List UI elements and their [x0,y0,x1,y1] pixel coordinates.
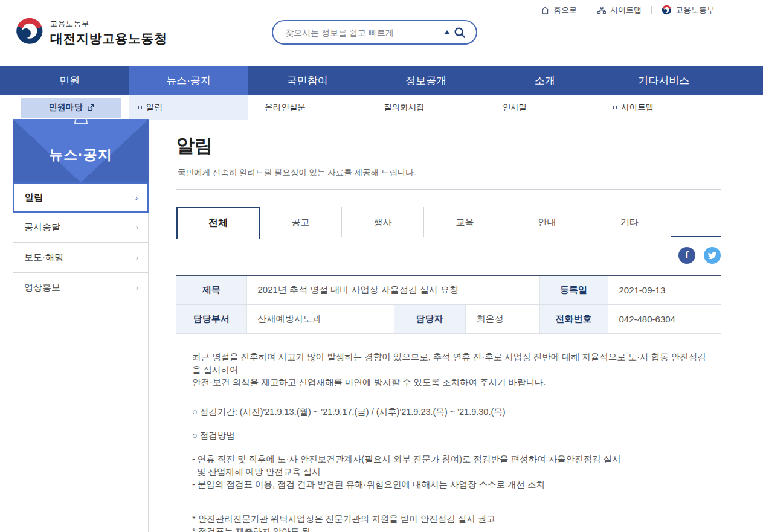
facebook-icon: f [685,249,689,261]
subnav-item-alert[interactable]: 알림 [129,102,163,113]
nav-about[interactable]: 소개 [486,66,605,95]
subnav-alert-label: 알림 [146,102,163,113]
nav-minwon[interactable]: 민원 [10,66,129,95]
logo-office: 대전지방고용노동청 [50,30,167,47]
phone-header: 전화번호 [539,304,608,333]
title-header: 제목 [176,275,246,304]
sidebar-item-label: 보도·해명 [24,252,63,263]
twitter-share-button[interactable] [704,247,721,264]
sidebar-item-label: 알림 [25,192,43,204]
ministry-link[interactable]: 고용노동부 [662,5,715,16]
subnav-survey-label: 온라인설문 [265,102,306,113]
tab-event[interactable]: 행사 [342,207,424,237]
social-share: f [678,247,721,264]
minwon-madang-link[interactable]: 민원마당 [21,98,121,118]
date-header: 등록일 [539,275,608,304]
sidebar-item-press[interactable]: 보도·해명 › [13,243,149,273]
subnav-qna-label: 질의회시집 [384,102,425,113]
site-logo[interactable]: 고용노동부 대전지방고용노동청 [15,18,167,47]
home-label: 홈으로 [553,5,577,16]
subnav-item-greeting[interactable]: 인사말 [486,102,527,113]
sidebar-item-video-pr[interactable]: 영상홍보 › [13,273,149,303]
subnav-item-sitemap[interactable]: 사이트맵 [604,102,654,113]
square-bullet-icon [495,106,498,109]
divider [587,6,587,14]
square-bullet-icon [613,106,617,109]
logo-taegeuk-icon [15,18,44,47]
body-paragraph: * 안전관리전문기관 위탁사업장은 전문기관의 지원을 받아 안전점검 실시 권… [192,513,712,532]
chevron-right-icon: › [135,193,138,202]
post-body: 최근 명절을 전후하여 사고가 많이 발생하는 경향이 있으므로, 추석 연휴 … [192,351,712,532]
divider [176,189,721,190]
chevron-right-icon: › [136,223,138,232]
table-row: 제목 2021년 추석 명절 대비 사업장 자율점검 실시 요청 등록일 202… [176,275,721,304]
ministry-label: 고용노동부 [675,5,715,16]
logo-ministry: 고용노동부 [50,19,167,29]
ministry-taegeuk-icon [662,5,672,16]
chevron-right-icon: › [136,283,138,292]
post-detail-table: 제목 2021년 추석 명절 대비 사업장 자율점검 실시 요청 등록일 202… [176,275,721,334]
sitemap-label: 사이트맵 [610,5,642,16]
person-header: 담당자 [394,304,465,333]
facebook-share-button[interactable]: f [678,247,695,264]
body-paragraph: ○ 점검기간: (사전)'21.9.13.(월) ~ '21.9.17.(금) … [192,406,712,418]
dept-value: 산재예방지도과 [246,304,394,333]
tab-etc[interactable]: 기타 [588,207,671,237]
megaphone-icon [69,119,93,132]
sidebar-empty-panel [13,303,149,532]
square-bullet-icon [376,106,379,109]
search-input[interactable] [285,28,444,37]
tab-all[interactable]: 전체 [176,207,260,239]
nav-news-notice[interactable]: 뉴스·공지 [129,66,248,95]
square-bullet-icon [138,106,142,109]
tab-education[interactable]: 교육 [424,207,506,237]
search-expand-triangle-icon[interactable] [444,30,450,34]
subnav-col-etc: 사이트맵 [604,95,723,120]
utility-bar: 홈으로 사이트맵 고용노동부 [541,5,715,16]
subnav-col-disclosure: 질의회시집 [367,95,486,120]
sub-nav: 민원마당 알림 온라인설문 질의회시집 [0,95,763,120]
search-box [272,20,477,45]
home-link[interactable]: 홈으로 [541,5,577,16]
sidebar-item-public-notice[interactable]: 공시송달 › [13,213,149,243]
subnav-sitemap-label: 사이트맵 [621,102,654,113]
body-paragraph: 최근 명절을 전후하여 사고가 많이 발생하는 경향이 있으므로, 추석 연휴 … [192,351,712,389]
sidebar-header: 뉴스·공지 [13,119,149,182]
title-value: 2021년 추석 명절 대비 사업장 자율점검 실시 요청 [246,275,539,304]
main-content: 알림 국민에게 신속히 알려드릴 필요성이 있는 자료를 제공해 드립니다. 전… [176,119,721,532]
tab-guide[interactable]: 안내 [506,207,588,237]
subnav-greeting-label: 인사말 [503,102,527,113]
sidebar-item-alert[interactable]: 알림 › [13,182,149,213]
twitter-icon [707,251,717,260]
subnav-col-participation: 온라인설문 [248,95,367,120]
nav-participation[interactable]: 국민참여 [248,66,367,95]
page-subtitle: 국민에게 신속히 알려드릴 필요성이 있는 자료를 제공해 드립니다. [178,167,416,178]
logo-text: 고용노동부 대전지방고용노동청 [50,19,167,47]
nav-info-disclosure[interactable]: 정보공개 [367,66,486,95]
chevron-right-icon: › [136,253,138,262]
minwon-madang-label: 민원마당 [49,102,83,113]
body-paragraph: - 연휴 직전 및 직후에 노·사 안전보건관계자(필요시 외부 전문가 참여)… [192,453,712,491]
search-icon[interactable] [453,26,466,39]
category-tabs: 전체 공고 행사 교육 안내 기타 [176,207,721,237]
divider [651,6,652,14]
external-link-icon [87,104,94,111]
phone-value: 042-480-6304 [608,304,721,333]
main-nav: 민원 뉴스·공지 국민참여 정보공개 소개 기타서비스 [0,66,763,95]
person-value: 최은정 [465,304,539,333]
subnav-item-qna[interactable]: 질의회시집 [367,102,425,113]
home-icon [541,6,550,15]
subnav-col-minwon: 민원마당 [10,95,129,120]
sidebar-title: 뉴스·공지 [13,146,149,164]
sitemap-link[interactable]: 사이트맵 [597,5,642,16]
tab-announcement[interactable]: 공고 [260,207,342,237]
dept-header: 담당부서 [176,304,246,333]
date-value: 2021-09-13 [608,275,721,304]
table-row: 담당부서 산재예방지도과 담당자 최은정 전화번호 042-480-6304 [176,304,721,333]
nav-other-services[interactable]: 기타서비스 [604,66,723,95]
page: 홈으로 사이트맵 고용노동부 고용노동부 대전지방고용노동청 민원 뉴스·공지 … [0,0,763,532]
sidebar-item-label: 영상홍보 [24,282,60,293]
sidebar: 뉴스·공지 알림 › 공시송달 › 보도·해명 › 영상홍보 › [13,119,149,532]
sitemap-icon [597,6,607,15]
subnav-item-survey[interactable]: 온라인설문 [248,102,306,113]
